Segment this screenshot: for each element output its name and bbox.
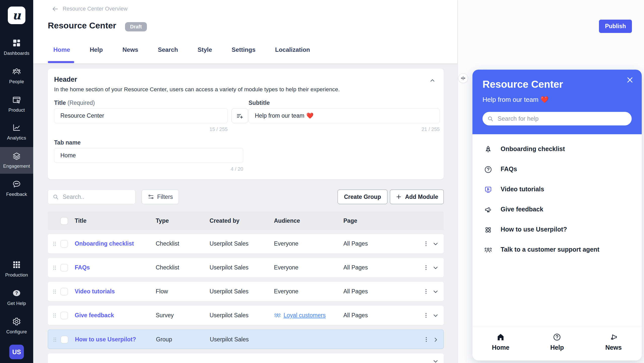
chevron-up-icon[interactable] [429, 77, 436, 84]
tab-home[interactable]: Home [53, 46, 70, 53]
preview-nav-home[interactable]: Home [472, 326, 529, 360]
sidebar-item-feedback[interactable]: Feedback [0, 179, 33, 197]
question-icon [12, 289, 21, 298]
tab-bar: Home Help News Search Style Settings Loc… [53, 46, 310, 53]
chevron-right-icon[interactable] [432, 336, 439, 343]
tab-name-char-counter: 4 / 20 [54, 166, 243, 172]
sidebar-item-get-help[interactable]: Get Help [0, 289, 33, 306]
app-sidebar: u Dashboards People Product Analytics En… [0, 0, 33, 363]
row-checkbox[interactable] [60, 264, 68, 271]
search-icon [487, 115, 494, 122]
table-row[interactable]: Onboarding checklist Checklist Userpilot… [48, 234, 444, 253]
audience-people-icon [274, 312, 281, 319]
tab-settings[interactable]: Settings [232, 46, 256, 53]
sidebar-item-product[interactable]: Product [0, 95, 33, 113]
row-menu-icon[interactable] [423, 240, 429, 247]
chat-bubble-icon [12, 179, 21, 189]
column-title[interactable]: Title [75, 211, 87, 230]
preview-item-onboarding-checklist[interactable]: Onboarding checklist [472, 139, 642, 159]
search-input[interactable] [48, 190, 135, 204]
create-group-button[interactable]: Create Group [338, 190, 387, 204]
breadcrumb-label[interactable]: Resource Center Overview [63, 6, 128, 12]
column-type[interactable]: Type [156, 211, 169, 230]
preview-item-faqs[interactable]: FAQs [472, 159, 642, 179]
chevron-down-icon[interactable] [432, 264, 439, 271]
column-page[interactable]: Page [343, 211, 357, 230]
module-audience: Everyone [274, 258, 298, 277]
resource-center-preview: Resource Center Help from our team❤️ Onb… [472, 70, 642, 360]
row-menu-icon[interactable] [423, 312, 429, 319]
app-logo[interactable]: u [8, 7, 25, 24]
module-title-link[interactable]: Video tutorials [75, 288, 115, 295]
drag-handle[interactable] [52, 330, 61, 349]
tab-localization[interactable]: Localization [275, 46, 310, 53]
close-icon[interactable] [626, 76, 634, 84]
publish-button[interactable]: Publish [599, 20, 632, 33]
module-page: All Pages [343, 282, 368, 301]
row-checkbox[interactable] [60, 240, 68, 248]
preview-item-talk-to-support[interactable]: Talk to a customer support agent [472, 240, 642, 260]
preview-item-video-tutorials[interactable]: Video tutorials [472, 179, 642, 200]
chevron-down-icon[interactable] [432, 312, 439, 319]
table-row[interactable]: FAQs Checklist Userpilot Sales Everyone … [48, 258, 444, 277]
preview-nav-help[interactable]: Help [529, 326, 585, 360]
subtitle-field[interactable]: Help from our team❤️ [249, 108, 440, 123]
module-title-link[interactable]: How to use Userpilot? [75, 336, 136, 343]
sidebar-item-people[interactable]: People [0, 67, 33, 84]
tab-style[interactable]: Style [197, 46, 212, 53]
back-arrow-icon[interactable] [52, 6, 59, 12]
drag-dots-icon [51, 288, 58, 295]
table-row-selected[interactable]: How to use Userpilot? Group Userpilot Sa… [48, 330, 444, 349]
table-row[interactable]: Give feedback Survey Userpilot Sales Loy… [48, 306, 444, 325]
drag-handle[interactable] [51, 234, 60, 253]
video-player-icon [484, 186, 492, 194]
tab-news[interactable]: News [123, 46, 138, 53]
table-row[interactable]: Video tutorials Flow Userpilot Sales Eve… [48, 282, 444, 301]
row-menu-icon[interactable] [423, 264, 429, 271]
sidebar-item-production[interactable]: Production [0, 260, 33, 278]
preview-search-input[interactable] [482, 112, 632, 125]
preview-item-give-feedback[interactable]: Give feedback [472, 200, 642, 220]
sidebar-item-engagement[interactable]: Engagement [0, 151, 33, 169]
audience-segment-link[interactable]: Loyal customers [274, 312, 326, 319]
preview-nav-news[interactable]: News [585, 326, 642, 360]
drag-handle[interactable] [51, 306, 60, 325]
module-audience: Everyone [274, 234, 298, 253]
sidebar-item-dashboards[interactable]: Dashboards [0, 38, 33, 56]
drag-handle[interactable] [51, 282, 60, 301]
user-avatar[interactable]: US [9, 345, 24, 359]
row-checkbox[interactable] [60, 288, 68, 295]
module-title-link[interactable]: Onboarding checklist [75, 240, 134, 247]
column-audience[interactable]: Audience [274, 211, 300, 230]
preview-subtitle: Help from our team❤️ [482, 96, 549, 104]
analytics-icon [12, 123, 21, 132]
table-row-partial[interactable] [48, 353, 444, 363]
rocket-icon [484, 145, 492, 154]
tab-name-field[interactable] [54, 148, 243, 163]
chevron-down-icon[interactable] [432, 241, 439, 247]
sidebar-item-configure[interactable]: Configure [0, 317, 33, 335]
drag-handle[interactable] [51, 258, 60, 277]
row-menu-icon[interactable] [423, 288, 429, 295]
module-title-link[interactable]: Give feedback [75, 312, 114, 319]
title-field[interactable] [54, 108, 228, 123]
filters-button[interactable]: Filters [142, 190, 179, 204]
tab-search[interactable]: Search [158, 46, 178, 53]
preview-item-how-to-use[interactable]: How to use Userpilot? [472, 220, 642, 240]
row-menu-icon[interactable] [423, 336, 430, 343]
select-all-checkbox[interactable] [60, 217, 68, 225]
insert-text-button[interactable] [231, 108, 248, 123]
add-module-button[interactable]: Add Module [390, 190, 444, 204]
column-created-by[interactable]: Created by [210, 211, 239, 230]
collapse-preview-button[interactable] [458, 73, 468, 83]
sidebar-item-analytics[interactable]: Analytics [0, 123, 33, 141]
drag-dots-icon [51, 241, 58, 247]
row-checkbox[interactable] [61, 336, 68, 343]
chevron-down-icon[interactable] [432, 288, 439, 295]
module-title-link[interactable]: FAQs [75, 264, 90, 271]
breadcrumb[interactable]: Resource Center Overview [52, 6, 128, 12]
home-icon [496, 333, 505, 341]
tab-help[interactable]: Help [90, 46, 103, 53]
row-checkbox[interactable] [60, 312, 68, 319]
chevron-down-icon[interactable] [432, 358, 439, 363]
